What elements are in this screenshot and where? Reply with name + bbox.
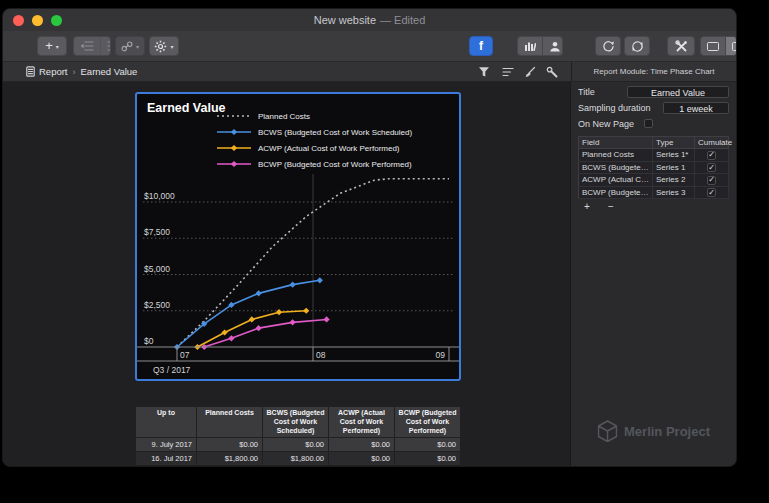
fields-table-header: Cumulate	[695, 137, 729, 149]
table-cell: $1,800.00	[263, 452, 329, 466]
field-cumulate-cell: ✓	[695, 161, 729, 174]
table-cell: $0.00	[263, 438, 329, 452]
indent-group	[73, 36, 111, 56]
field-row[interactable]: BCWS (Budgeted Cost of Work Scheduled)Se…	[579, 161, 729, 174]
tools-button[interactable]	[667, 36, 695, 56]
library-button[interactable]	[518, 37, 543, 55]
chart-panel[interactable]: $0$2,500$5,000$7,500$10,000070809Q3 / 20…	[135, 92, 461, 381]
view-inspector-button[interactable]	[726, 37, 737, 55]
chart-title: Earned Value	[147, 101, 226, 115]
cube-logo-icon	[597, 420, 617, 442]
outdent-button[interactable]	[74, 37, 101, 55]
cost-table-header: Planned Costs	[197, 407, 263, 438]
chevron-down-icon: ▾	[56, 43, 59, 50]
svg-text:BCWS (Budgeted Cost of Work Sc: BCWS (Budgeted Cost of Work Scheduled)	[258, 128, 412, 137]
svg-text:Planned Costs: Planned Costs	[258, 112, 310, 121]
field-name-cell: BCWP (Budgeted Cost of Work Performed)	[579, 186, 653, 199]
pane-left-icon	[707, 42, 719, 51]
brush-icon	[524, 66, 536, 78]
app-window: New website— Edited + ▾	[2, 8, 737, 467]
wrench-icon	[546, 66, 558, 78]
table-cell: 16. Jul 2017	[136, 452, 197, 466]
svg-text:$0: $0	[144, 336, 154, 346]
table-cell: $0.00	[329, 452, 395, 466]
cumulate-checkbox[interactable]: ✓	[707, 176, 716, 185]
table-row: 16. Jul 2017$1,800.00$1,800.00$0.00$0.00	[136, 452, 461, 466]
add-field-button[interactable]: +	[581, 202, 593, 212]
field-name-cell: ACWP (Actual Cost of Work Performed)	[579, 174, 653, 187]
svg-text:ACWP (Actual Cost of Work Perf: ACWP (Actual Cost of Work Performed)	[258, 144, 400, 153]
cost-table-header: Up to	[136, 407, 197, 438]
on-new-page-checkbox[interactable]	[644, 119, 653, 128]
view-main-button[interactable]	[701, 37, 726, 55]
svg-text:BCWP (Budgeted Cost of Work Pe: BCWP (Budgeted Cost of Work Performed)	[258, 160, 412, 169]
field-type-cell: Series 1*	[653, 149, 695, 162]
sampling-duration-field[interactable]: 1 eweek	[663, 102, 729, 114]
sampling-duration-row: Sampling duration 1 eweek	[578, 101, 729, 114]
chevron-down-icon: ▾	[136, 43, 139, 50]
indent-icon	[107, 40, 111, 52]
title-field[interactable]: Earned Value	[627, 86, 729, 98]
field-cumulate-cell: ✓	[695, 174, 729, 187]
cost-table-header-row: Up toPlanned CostsBCWS (Budgeted Cost of…	[136, 407, 461, 438]
person-icon	[549, 41, 561, 52]
align-button[interactable]	[501, 65, 515, 78]
format-button[interactable]: f	[469, 36, 493, 56]
chevron-down-icon: ▾	[170, 43, 173, 50]
inspector-header: Report Module: Time Phase Chart	[571, 62, 736, 81]
remove-field-button[interactable]: −	[605, 202, 617, 212]
sync-all-icon	[631, 40, 644, 53]
toolbar: + ▾ ▾	[3, 31, 736, 62]
cost-table-header: ACWP (Actual Cost of Work Performed)	[329, 407, 395, 438]
title-row: Title Earned Value	[578, 85, 729, 98]
svg-text:Q3 / 2017: Q3 / 2017	[153, 365, 191, 375]
format-icon: f	[479, 39, 483, 53]
title-label: Title	[578, 87, 627, 97]
style-button[interactable]	[523, 65, 537, 78]
cost-table: Up toPlanned CostsBCWS (Budgeted Cost of…	[135, 406, 461, 466]
cost-table-header: BCWP (Budgeted Cost of Work Performed)	[395, 407, 461, 438]
table-cell: 9. July 2017	[136, 438, 197, 452]
table-row: 9. July 2017$0.00$0.00$0.00$0.00	[136, 438, 461, 452]
breadcrumb-current: Earned Value	[81, 66, 138, 77]
field-row[interactable]: BCWP (Budgeted Cost of Work Performed)Se…	[579, 186, 729, 199]
field-type-cell: Series 3	[653, 186, 695, 199]
breadcrumb-report[interactable]: Report	[39, 66, 68, 77]
library-resources-group	[517, 36, 563, 56]
field-name-cell: Planned Costs	[579, 149, 653, 162]
field-name-cell: BCWS (Budgeted Cost of Work Scheduled)	[579, 161, 653, 174]
close-button[interactable]	[13, 15, 24, 26]
earned-value-chart: $0$2,500$5,000$7,500$10,000070809Q3 / 20…	[137, 94, 459, 379]
view-toggle-group	[700, 36, 737, 56]
add-button[interactable]: + ▾	[37, 36, 67, 56]
link-button[interactable]: ▾	[115, 36, 145, 56]
filter-icon	[478, 66, 490, 78]
report-canvas: $0$2,500$5,000$7,500$10,000070809Q3 / 20…	[3, 82, 571, 466]
svg-text:$7,500: $7,500	[144, 227, 170, 237]
cumulate-checkbox[interactable]: ✓	[707, 188, 716, 197]
sync-button[interactable]	[595, 36, 621, 56]
fields-table-header-row: FieldTypeCumulate	[579, 137, 729, 149]
report-document-icon	[23, 65, 37, 78]
resources-button[interactable]	[543, 37, 563, 55]
indent-button[interactable]	[101, 37, 111, 55]
sync-icon	[602, 40, 615, 53]
breadcrumb-separator-icon: ›	[73, 67, 76, 77]
zoom-button[interactable]	[51, 15, 62, 26]
field-cumulate-cell: ✓	[695, 149, 729, 162]
filter-button[interactable]	[477, 65, 491, 78]
field-row[interactable]: ACWP (Actual Cost of Work Performed)Seri…	[579, 174, 729, 187]
fields-table: FieldTypeCumulate Planned CostsSeries 1*…	[578, 136, 729, 199]
tools-icon	[675, 40, 688, 53]
sampling-duration-label: Sampling duration	[578, 103, 663, 113]
pane-right-icon	[732, 42, 737, 51]
field-row[interactable]: Planned CostsSeries 1*✓	[579, 149, 729, 162]
field-type-cell: Series 1	[653, 161, 695, 174]
settings-button[interactable]	[545, 65, 559, 78]
minimize-button[interactable]	[32, 15, 43, 26]
gear-button[interactable]: ▾	[149, 36, 179, 56]
cumulate-checkbox[interactable]: ✓	[707, 151, 716, 160]
table-cell: $0.00	[329, 438, 395, 452]
sync-all-button[interactable]	[624, 36, 650, 56]
cumulate-checkbox[interactable]: ✓	[707, 163, 716, 172]
